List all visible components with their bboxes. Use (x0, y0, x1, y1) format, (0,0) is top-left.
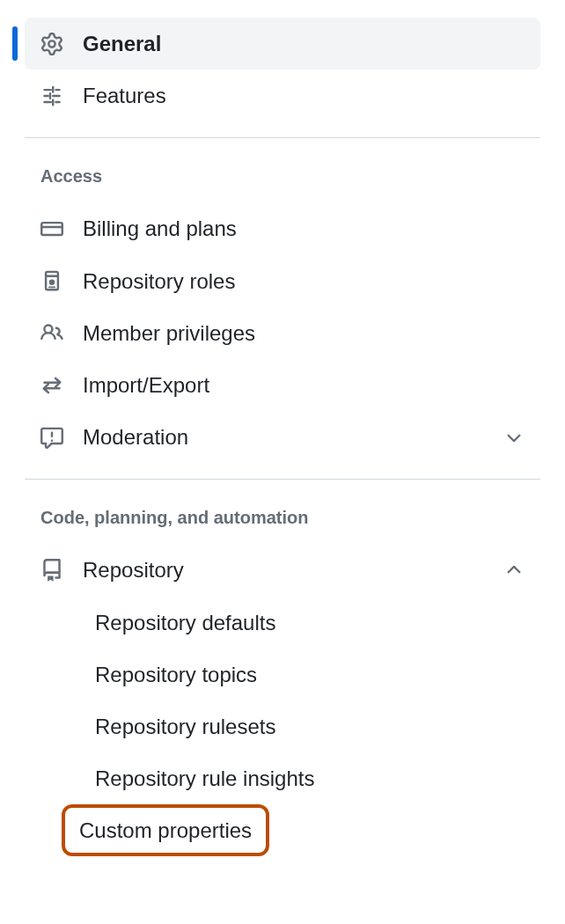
sub-item-label: Repository rulesets (95, 715, 275, 738)
chevron-down-icon (503, 427, 525, 448)
sidebar-item-general[interactable]: General (25, 18, 540, 70)
settings-sidebar: General Features Access Billing and plan… (0, 0, 565, 891)
sub-item-repository-rulesets[interactable]: Repository rulesets (79, 700, 540, 752)
section-header-access: Access (25, 163, 540, 202)
id-badge-icon (40, 269, 63, 292)
sliders-icon (40, 84, 63, 107)
sub-item-custom-properties[interactable]: Custom properties (62, 804, 269, 856)
divider (25, 137, 540, 138)
repo-icon (40, 559, 63, 582)
sidebar-item-repository[interactable]: Repository (25, 544, 540, 596)
sidebar-item-repository-roles[interactable]: Repository roles (25, 255, 540, 307)
people-icon (40, 321, 63, 344)
sidebar-item-label: Member privileges (83, 319, 255, 347)
sidebar-item-billing[interactable]: Billing and plans (25, 202, 540, 254)
sub-item-repository-rule-insights[interactable]: Repository rule insights (79, 752, 540, 804)
sidebar-item-label: Repository (83, 556, 184, 583)
divider (25, 479, 540, 480)
repository-sublist: Repository defaults Repository topics Re… (25, 597, 540, 857)
arrow-switch-icon (40, 374, 63, 397)
sub-item-repository-defaults[interactable]: Repository defaults (79, 597, 540, 649)
sidebar-item-label: Import/Export (83, 371, 209, 399)
sidebar-item-label: Features (83, 82, 166, 109)
active-indicator (12, 26, 18, 61)
sidebar-item-label: Repository roles (83, 268, 235, 295)
sub-item-label: Repository rule insights (95, 766, 314, 790)
sub-item-label: Repository topics (95, 663, 257, 686)
sidebar-item-label: General (83, 30, 161, 57)
sidebar-item-features[interactable]: Features (25, 70, 540, 121)
sidebar-item-moderation[interactable]: Moderation (25, 411, 540, 463)
sidebar-item-import-export[interactable]: Import/Export (25, 359, 540, 411)
sidebar-item-label: Moderation (83, 423, 188, 451)
credit-card-icon (40, 217, 63, 240)
sidebar-item-member-privileges[interactable]: Member privileges (25, 307, 540, 359)
report-icon (40, 426, 63, 449)
sub-item-label: Repository defaults (95, 611, 275, 634)
sidebar-item-label: Billing and plans (83, 215, 237, 242)
chevron-up-icon (503, 560, 525, 581)
sub-item-label: Custom properties (79, 818, 252, 842)
section-header-code: Code, planning, and automation (25, 504, 540, 544)
sub-item-repository-topics[interactable]: Repository topics (79, 649, 540, 700)
gear-icon (40, 33, 63, 55)
